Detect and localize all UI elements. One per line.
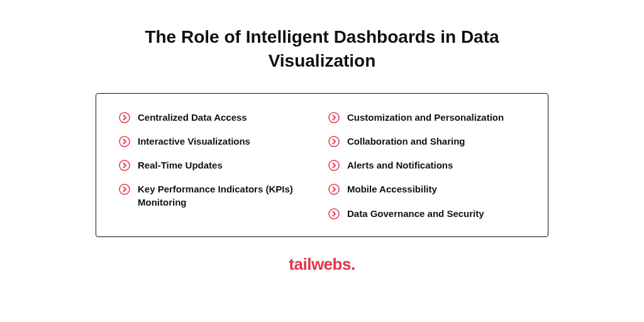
chevron-right-icon bbox=[328, 184, 340, 195]
feature-label: Customization and Personalization bbox=[347, 111, 504, 124]
chevron-right-icon bbox=[119, 136, 130, 147]
chevron-right-icon bbox=[328, 136, 340, 147]
feature-item: Alerts and Notifications bbox=[328, 159, 525, 172]
right-column: Customization and Personalization Collab… bbox=[328, 111, 525, 220]
svg-point-7 bbox=[329, 184, 339, 194]
feature-label: Key Performance Indicators (KPIs) Monito… bbox=[138, 183, 316, 209]
svg-point-4 bbox=[329, 113, 339, 123]
feature-item: Collaboration and Sharing bbox=[328, 135, 525, 148]
chevron-right-icon bbox=[328, 208, 340, 219]
feature-item: Key Performance Indicators (KPIs) Monito… bbox=[119, 183, 316, 209]
feature-item: Customization and Personalization bbox=[328, 111, 525, 124]
chevron-right-icon bbox=[119, 184, 130, 195]
feature-item: Data Governance and Security bbox=[328, 208, 525, 220]
svg-point-5 bbox=[329, 136, 339, 147]
feature-item: Interactive Visualizations bbox=[119, 135, 316, 148]
svg-point-2 bbox=[119, 160, 130, 170]
left-column: Centralized Data Access Interactive Visu… bbox=[119, 111, 316, 220]
svg-point-3 bbox=[119, 184, 130, 194]
feature-label: Mobile Accessibility bbox=[347, 183, 437, 196]
svg-point-1 bbox=[119, 136, 130, 147]
feature-label: Data Governance and Security bbox=[347, 208, 484, 220]
svg-point-6 bbox=[329, 160, 339, 170]
brand-logo: tailwebs. bbox=[289, 255, 355, 274]
svg-point-0 bbox=[119, 113, 130, 123]
feature-label: Collaboration and Sharing bbox=[347, 135, 465, 148]
chevron-right-icon bbox=[328, 160, 340, 171]
chevron-right-icon bbox=[119, 112, 130, 123]
feature-item: Real-Time Updates bbox=[119, 159, 316, 172]
chevron-right-icon bbox=[119, 160, 130, 171]
feature-label: Interactive Visualizations bbox=[138, 135, 250, 148]
feature-item: Centralized Data Access bbox=[119, 111, 316, 124]
chevron-right-icon bbox=[328, 112, 340, 123]
svg-point-8 bbox=[329, 209, 339, 219]
page-title: The Role of Intelligent Dashboards in Da… bbox=[102, 25, 542, 73]
feature-label: Real-Time Updates bbox=[138, 159, 223, 172]
feature-label: Centralized Data Access bbox=[138, 111, 247, 124]
feature-label: Alerts and Notifications bbox=[347, 159, 453, 172]
feature-item: Mobile Accessibility bbox=[328, 183, 525, 196]
features-box: Centralized Data Access Interactive Visu… bbox=[96, 93, 548, 237]
